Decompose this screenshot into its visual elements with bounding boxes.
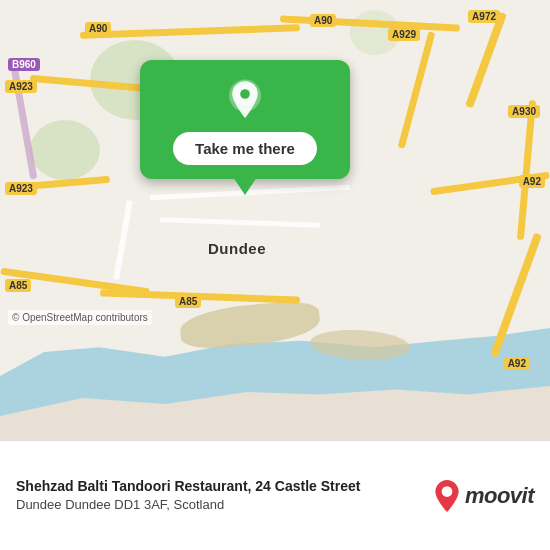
moovit-logo: moovit bbox=[433, 479, 534, 513]
moovit-brand-text: moovit bbox=[465, 483, 534, 509]
road-label-a92-br: A92 bbox=[504, 357, 530, 370]
road-label-a90-right: A90 bbox=[310, 14, 336, 27]
map-container: A90 A90 A972 A929 A930 A92 A92 A923 A923… bbox=[0, 0, 550, 440]
road-label-a972: A972 bbox=[468, 10, 500, 23]
take-me-there-button[interactable]: Take me there bbox=[173, 132, 317, 165]
road-label-a929: A929 bbox=[388, 28, 420, 41]
svg-point-2 bbox=[240, 89, 250, 99]
road-label-b960: B960 bbox=[8, 58, 40, 71]
road-label-a930: A930 bbox=[508, 105, 540, 118]
road-label-a85-left: A85 bbox=[5, 279, 31, 292]
restaurant-info: Shehzad Balti Tandoori Restaurant, 24 Ca… bbox=[16, 477, 421, 513]
road-label-a92-right: A92 bbox=[519, 175, 545, 188]
moovit-pin-icon bbox=[433, 479, 461, 513]
location-pin-icon bbox=[223, 78, 267, 122]
restaurant-name: Shehzad Balti Tandoori Restaurant, 24 Ca… bbox=[16, 477, 421, 495]
road-label-a923-bottom: A923 bbox=[5, 182, 37, 195]
road-label-a90-left: A90 bbox=[85, 22, 111, 35]
city-label: Dundee bbox=[208, 240, 266, 257]
road-label-a923-top: A923 bbox=[5, 80, 37, 93]
park-area-2 bbox=[30, 120, 100, 180]
popup-card: Take me there bbox=[140, 60, 350, 179]
svg-point-3 bbox=[442, 486, 453, 497]
map-attribution: © OpenStreetMap contributors bbox=[8, 310, 152, 325]
road-label-a85-right: A85 bbox=[175, 295, 201, 308]
restaurant-address: Dundee Dundee DD1 3AF, Scotland bbox=[16, 496, 421, 514]
info-bar: Shehzad Balti Tandoori Restaurant, 24 Ca… bbox=[0, 440, 550, 550]
